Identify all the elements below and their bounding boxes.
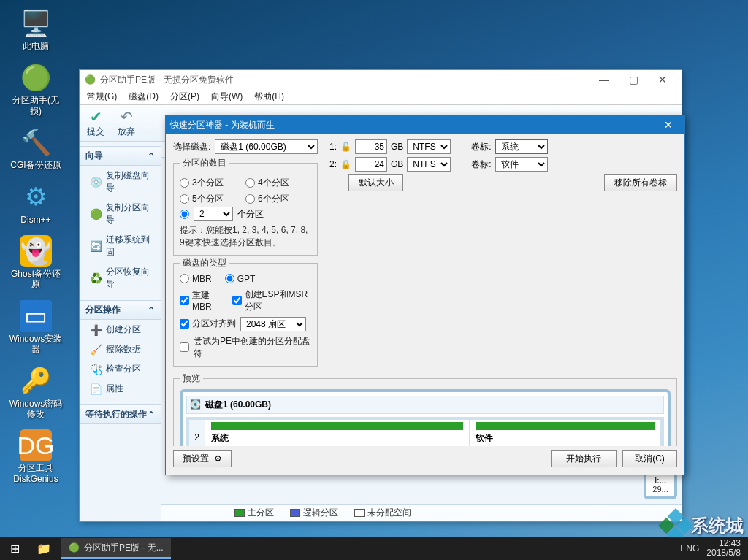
radio-3[interactable]: 3个分区 <box>180 177 245 189</box>
check-pe-letter[interactable]: 尝试为PE中创建的分区分配盘符 <box>180 335 311 360</box>
hammer-icon: 🔨 <box>20 126 52 158</box>
dialog-titlebar[interactable]: 快速分区神器 - 为装机而生 ✕ <box>166 116 684 134</box>
sidebar-item-copy-partition[interactable]: 🟢复制分区向导 <box>80 198 161 230</box>
partition-row-2: 2: 🔒 GB NTFS 卷标: 软件 <box>325 157 677 172</box>
taskbar: ⊞ 📁 🟢 分区助手PE版 - 无... ENG 12:43 2018/5/8 <box>0 537 748 560</box>
preview-part-2[interactable]: 软件 25.00GB NTFS <box>470 420 661 446</box>
pc-icon: 🖥️ <box>20 7 52 39</box>
radio-6[interactable]: 6个分区 <box>245 193 311 205</box>
preview-index: 2 <box>189 420 205 446</box>
dialog-title: 快速分区神器 - 为装机而生 <box>170 119 275 131</box>
check-icon: ✔ <box>90 108 102 126</box>
lock-icon[interactable]: 🔒 <box>340 159 351 169</box>
sidebar-pending-header[interactable]: 等待执行的操作⌃ <box>80 404 161 424</box>
start-button[interactable]: 开始执行 <box>551 450 617 467</box>
collapse-icon: ⌃ <box>148 305 155 315</box>
minimize-button[interactable]: — <box>589 72 619 88</box>
menu-help[interactable]: 帮助(H) <box>254 91 284 103</box>
label-select-1[interactable]: 系统 <box>495 139 548 154</box>
app-icon: 🟢 <box>20 61 52 93</box>
dialog-close-button[interactable]: ✕ <box>657 119 680 131</box>
explorer-button[interactable]: 📁 <box>29 537 58 560</box>
desktop-icon-diskgenius[interactable]: DG分区工具DiskGenius <box>7 429 64 484</box>
disk-type-group: 磁盘的类型 MBR GPT 重建MBR 创建ESP和MSR分区 分区对齐到 20… <box>173 257 318 367</box>
key-icon: 🔑 <box>20 365 52 397</box>
check-align[interactable]: 分区对齐到 <box>180 318 236 330</box>
radio-4[interactable]: 4个分区 <box>245 177 311 189</box>
lock-icon[interactable]: 🔓 <box>340 142 351 152</box>
preview-disk-header: 💽 磁盘1 (60.00GB) <box>186 396 664 414</box>
select-disk-label: 选择磁盘: <box>173 141 210 153</box>
check-create-esp[interactable]: 创建ESP和MSR分区 <box>232 288 312 313</box>
hdd-icon: 💽 <box>190 399 201 410</box>
preset-button[interactable]: 预设置 ⚙ <box>173 450 232 467</box>
sidebar-item-check[interactable]: 🩺检查分区 <box>80 359 161 379</box>
label-select-2[interactable]: 软件 <box>495 157 548 172</box>
default-size-button[interactable]: 默认大小 <box>348 174 403 191</box>
hint-text: 提示：您能按1, 2, 3, 4, 5, 6, 7, 8, 9键来快速选择分区数… <box>180 224 311 249</box>
radio-5[interactable]: 5个分区 <box>180 193 245 205</box>
maximize-button[interactable]: ▢ <box>619 72 648 88</box>
ime-indicator[interactable]: ENG <box>680 543 699 553</box>
custom-count-select[interactable]: 2 <box>194 207 233 221</box>
radio-custom[interactable] <box>180 210 189 219</box>
desktop-icon-dism[interactable]: ⚙Dism++ <box>7 181 64 225</box>
sidebar-item-recover[interactable]: ♻️分区恢复向导 <box>80 262 161 294</box>
window-icon: ▭ <box>20 300 52 332</box>
titlebar[interactable]: 🟢 分区助手PE版 - 无损分区免费软件 — ▢ ✕ <box>80 70 682 89</box>
discard-button[interactable]: ↶放弃 <box>118 108 135 138</box>
app-icon: 🟢 <box>84 74 96 85</box>
create-icon: ➕ <box>90 324 102 336</box>
collapse-icon: ⌃ <box>148 410 155 420</box>
preview-box: 💽 磁盘1 (60.00GB) 2 系统 35.00GB NTFS 软件 <box>180 389 671 446</box>
undo-icon: ↶ <box>121 108 133 126</box>
menu-general[interactable]: 常规(G) <box>87 91 117 103</box>
gear-icon: ⚙ <box>20 181 52 213</box>
app-icon: 🟢 <box>69 542 80 553</box>
size-input-2[interactable] <box>355 157 387 172</box>
type-legend: 磁盘的类型 <box>180 257 229 269</box>
sidebar-item-migrate-os[interactable]: 🔄迁移系统到固 <box>80 230 161 262</box>
menu-disk[interactable]: 磁盘(D) <box>129 91 159 103</box>
fs-select-2[interactable]: NTFS <box>407 157 451 172</box>
commit-button[interactable]: ✔提交 <box>87 108 104 138</box>
desktop-icon-winpwd[interactable]: 🔑Windows密码修改 <box>7 365 64 420</box>
taskbar-item-partition-assistant[interactable]: 🟢 分区助手PE版 - 无... <box>61 538 171 559</box>
preview-group: 预览 💽 磁盘1 (60.00GB) 2 系统 35.00GB NTFS <box>173 372 677 446</box>
sidebar-item-create[interactable]: ➕创建分区 <box>80 320 161 340</box>
sidebar-wizard-header[interactable]: 向导⌃ <box>80 146 161 166</box>
sidebar-operations-header[interactable]: 分区操作⌃ <box>80 300 161 320</box>
check-icon: 🩺 <box>90 364 102 375</box>
sidebar: 向导⌃ 💿复制磁盘向导 🟢复制分区向导 🔄迁移系统到固 ♻️分区恢复向导 分区操… <box>80 142 161 521</box>
ghost-icon: 👻 <box>20 235 52 267</box>
start-button[interactable]: ⊞ <box>0 537 29 560</box>
close-button[interactable]: ✕ <box>648 72 677 88</box>
remove-labels-button[interactable]: 移除所有卷标 <box>604 174 677 191</box>
cancel-button[interactable]: 取消(C) <box>622 450 677 467</box>
desktop-icon-cgi[interactable]: 🔨CGI备份还原 <box>7 126 64 170</box>
disk-select[interactable]: 磁盘1 (60.00GB) <box>215 139 318 154</box>
radio-mbr[interactable]: MBR <box>180 274 212 284</box>
desktop-icon-ghost[interactable]: 👻Ghost备份还原 <box>7 235 64 290</box>
count-legend: 分区的数目 <box>180 157 229 169</box>
disk-copy-icon: 💿 <box>90 176 102 188</box>
preview-part-1[interactable]: 系统 35.00GB NTFS <box>205 420 470 446</box>
legend: 主分区 逻辑分区 未分配空间 <box>161 504 682 521</box>
window-title: 分区助手PE版 - 无损分区免费软件 <box>100 74 234 86</box>
desktop-icon-partition-assistant[interactable]: 🟢分区助手(无损) <box>7 61 64 116</box>
sidebar-item-properties[interactable]: 📄属性 <box>80 379 161 399</box>
check-rebuild-mbr[interactable]: 重建MBR <box>180 289 222 312</box>
radio-gpt[interactable]: GPT <box>225 274 256 284</box>
fs-select-1[interactable]: NTFS <box>407 139 451 154</box>
menu-wizard[interactable]: 向导(W) <box>211 91 243 103</box>
desktop-icon-wininstall[interactable]: ▭Windows安装器 <box>7 300 64 355</box>
align-select[interactable]: 2048 扇区 <box>240 317 306 331</box>
sidebar-item-wipe[interactable]: 🧹擦除数据 <box>80 340 161 359</box>
system-tray: ENG 12:43 2018/5/8 <box>673 539 748 558</box>
desktop-icon-this-pc[interactable]: 🖥️此电脑 <box>7 7 64 51</box>
clock[interactable]: 12:43 2018/5/8 <box>706 539 741 558</box>
sidebar-item-copy-disk[interactable]: 💿复制磁盘向导 <box>80 166 161 198</box>
properties-icon: 📄 <box>90 383 102 395</box>
menu-partition[interactable]: 分区(P) <box>170 91 199 103</box>
size-input-1[interactable] <box>355 139 387 154</box>
